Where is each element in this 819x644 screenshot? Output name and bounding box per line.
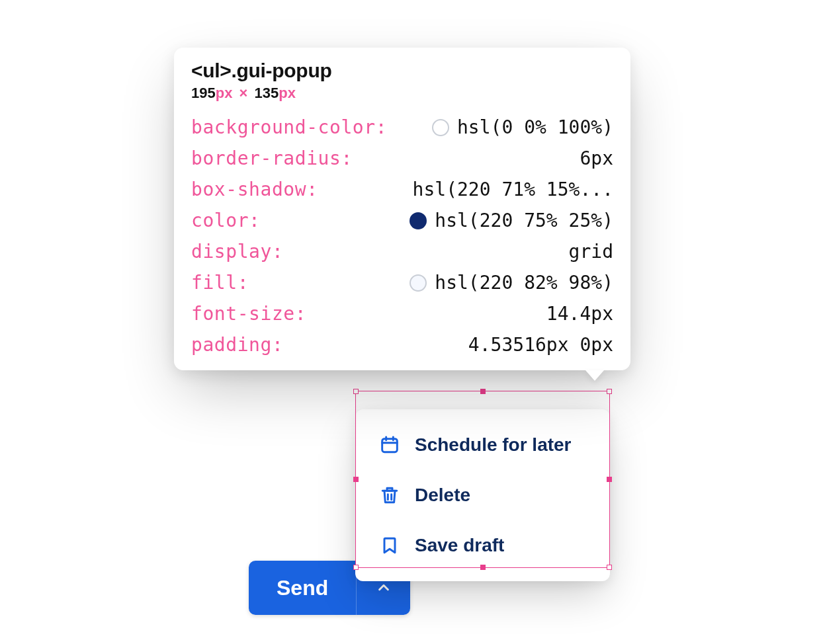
selection-handle <box>607 389 612 394</box>
tooltip-prop-name: fill: <box>191 272 249 294</box>
tooltip-prop-value: grid <box>569 241 613 262</box>
tooltip-prop-value: hsl(220 71% 15%... <box>413 179 613 200</box>
popup-item-save-draft[interactable]: Save draft <box>355 520 610 571</box>
tooltip-prop-name: background-color: <box>191 116 387 138</box>
tooltip-style-rows: background-color:hsl(0 0% 100%)border-ra… <box>191 116 613 356</box>
tooltip-dimensions: 195px × 135px <box>191 85 613 102</box>
color-swatch-icon <box>409 274 427 292</box>
tooltip-style-row: color:hsl(220 75% 25%) <box>191 210 613 231</box>
tooltip-unit: px <box>216 85 233 101</box>
selection-handle <box>480 389 486 394</box>
tooltip-prop-value-text: hsl(0 0% 100%) <box>457 116 613 138</box>
tooltip-style-row: box-shadow:hsl(220 71% 15%... <box>191 179 613 200</box>
color-swatch-icon <box>409 212 427 229</box>
selection-handle <box>353 389 359 394</box>
popup-item-label: Save draft <box>415 535 504 556</box>
popup-item-schedule[interactable]: Schedule for later <box>355 420 610 470</box>
tooltip-unit: px <box>279 85 296 101</box>
tooltip-prop-value-text: 4.53516px 0px <box>468 334 613 356</box>
tooltip-prop-value-text: hsl(220 75% 25%) <box>435 210 613 231</box>
tooltip-prop-value: 6px <box>580 147 613 169</box>
bookmark-icon <box>379 535 400 556</box>
color-swatch-icon <box>432 119 449 136</box>
tooltip-prop-value-text: 6px <box>580 147 613 169</box>
tooltip-prop-value-text: hsl(220 82% 98%) <box>435 272 613 294</box>
tooltip-prop-value-text: 14.4px <box>546 303 613 325</box>
popup-item-label: Schedule for later <box>415 434 572 456</box>
tooltip-prop-value: hsl(220 82% 98%) <box>409 272 613 294</box>
tooltip-selector: <ul>.gui-popup <box>191 60 613 82</box>
calendar-icon <box>379 434 400 456</box>
tooltip-prop-value: hsl(220 75% 25%) <box>409 210 613 231</box>
tooltip-width-value: 195 <box>191 85 216 101</box>
tooltip-prop-value-text: hsl(220 71% 15%... <box>413 179 613 200</box>
tooltip-style-row: border-radius:6px <box>191 147 613 169</box>
tooltip-prop-name: box-shadow: <box>191 179 318 200</box>
chevron-up-icon <box>376 581 391 595</box>
popup-item-label: Delete <box>415 485 470 506</box>
gui-popup: Schedule for later Delete Save draft <box>355 409 610 581</box>
tooltip-style-row: font-size:14.4px <box>191 303 613 325</box>
tooltip-prop-value-text: grid <box>569 241 613 262</box>
inspector-tooltip: <ul>.gui-popup 195px × 135px background-… <box>174 48 630 370</box>
tooltip-style-row: fill:hsl(220 82% 98%) <box>191 272 613 294</box>
tooltip-prop-name: border-radius: <box>191 147 353 169</box>
send-button[interactable]: Send <box>249 561 356 615</box>
tooltip-prop-value: 14.4px <box>546 303 613 325</box>
popup-item-delete[interactable]: Delete <box>355 470 610 520</box>
tooltip-height-value: 135 <box>255 85 279 101</box>
trash-icon <box>379 485 400 506</box>
tooltip-prop-name: font-size: <box>191 303 306 325</box>
tooltip-prop-value: 4.53516px 0px <box>468 334 613 356</box>
tooltip-prop-value: hsl(0 0% 100%) <box>432 116 613 138</box>
tooltip-style-row: background-color:hsl(0 0% 100%) <box>191 116 613 138</box>
tooltip-prop-name: display: <box>191 241 283 262</box>
times-glyph: × <box>239 85 248 101</box>
tooltip-prop-name: color: <box>191 210 261 231</box>
tooltip-prop-name: padding: <box>191 334 283 356</box>
svg-rect-0 <box>382 439 398 452</box>
tooltip-style-row: padding:4.53516px 0px <box>191 334 613 356</box>
tooltip-style-row: display:grid <box>191 241 613 262</box>
